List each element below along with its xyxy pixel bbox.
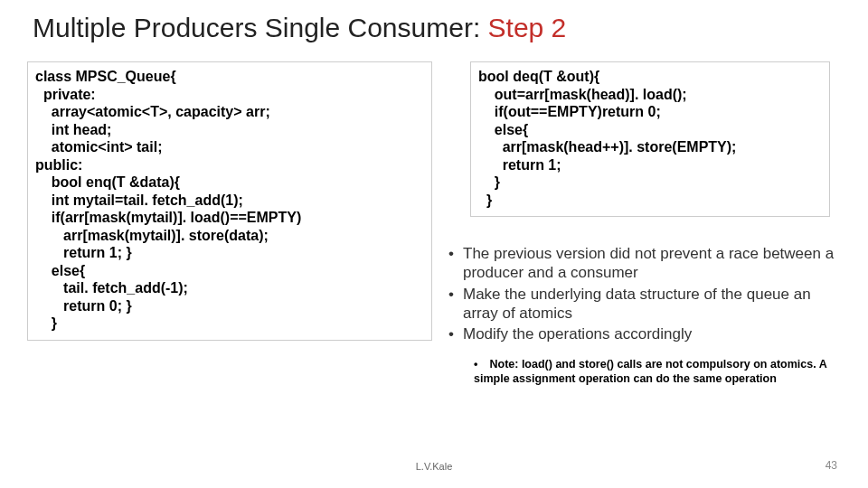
subnote-bullet: • [474, 358, 486, 372]
bullet-item: Make the underlying data structure of th… [443, 285, 841, 324]
footer-page-number: 43 [826, 459, 837, 472]
title-red: Step 2 [488, 13, 567, 42]
title-black: Multiple Producers Single Consumer: [33, 13, 488, 42]
code-block-right: bool deq(T &out){ out=arr[mask(head)]. l… [470, 61, 830, 217]
slide-title: Multiple Producers Single Consumer: Step… [33, 13, 566, 43]
bullet-item: Modify the operations accordingly [443, 324, 841, 343]
bullet-item: The previous version did not prevent a r… [443, 244, 841, 283]
bullet-list: The previous version did not prevent a r… [443, 244, 841, 345]
code-block-left: class MPSC_Queue{ private: array<atomic<… [27, 61, 432, 341]
subnote-text: Note: load() and store() calls are not c… [474, 358, 826, 385]
sub-note: • Note: load() and store() calls are not… [474, 358, 835, 386]
footer-author: L.V.Kale [416, 461, 453, 472]
